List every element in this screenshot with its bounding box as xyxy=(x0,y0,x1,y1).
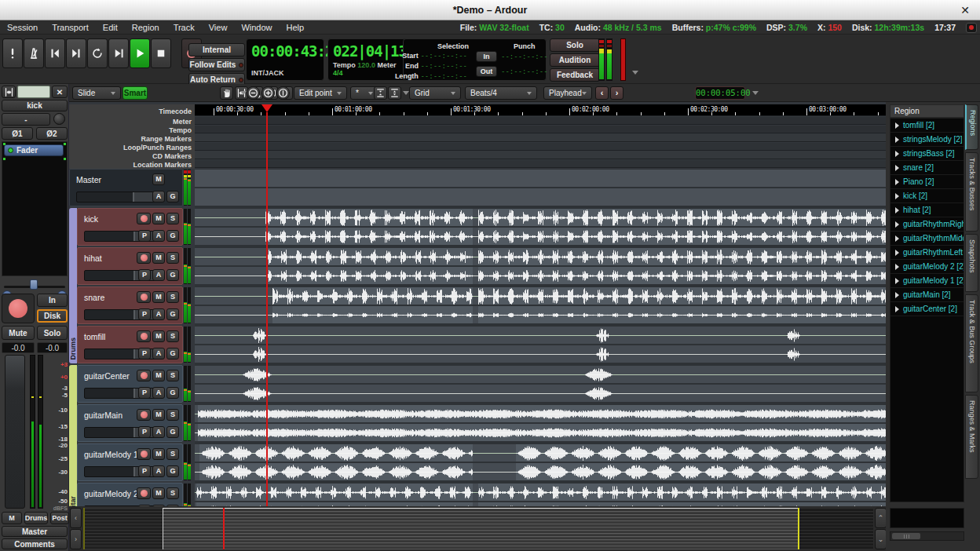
track-record-enable-button[interactable] xyxy=(137,487,151,499)
toggle-follow-edits-button[interactable]: Follow Edits xyxy=(188,58,245,71)
track-solo-button[interactable]: S xyxy=(166,370,179,381)
zoom-fit-button[interactable] xyxy=(276,86,290,100)
summary-scroll-right-button[interactable]: › xyxy=(70,529,82,549)
summary-strip[interactable] xyxy=(83,508,873,549)
region-expander-icon[interactable] xyxy=(895,264,899,270)
zoom-overflow-chevron-icon[interactable] xyxy=(402,91,408,95)
track-group-button[interactable]: G xyxy=(166,308,179,320)
region-expander-icon[interactable] xyxy=(895,250,899,256)
track-mute-button[interactable]: M xyxy=(152,448,165,460)
track-header-guitarmelody-1[interactable]: guitarMelody 1MSPAG xyxy=(77,443,183,481)
shrink-tracks-button[interactable] xyxy=(374,86,387,100)
region-row[interactable]: guitarMain [2] xyxy=(890,288,964,302)
strip-track-name-button[interactable]: kick xyxy=(2,100,68,111)
track-header-snare[interactable]: snareMSPAG xyxy=(77,286,183,324)
track-record-enable-button[interactable] xyxy=(137,213,151,224)
region-row[interactable]: guitarRhythmRight [2] xyxy=(890,217,964,232)
menu-transport[interactable]: Transport xyxy=(45,23,96,32)
playhead-marker[interactable] xyxy=(261,104,272,112)
monitor-input-button[interactable]: In xyxy=(37,294,68,307)
region-expander-icon[interactable] xyxy=(895,292,899,298)
transport-midi-panic-button[interactable] xyxy=(2,38,23,68)
track-header-tomfill[interactable]: tomfillMSPAG xyxy=(77,326,183,363)
region-expander-icon[interactable] xyxy=(895,122,899,129)
region-row[interactable]: guitarCenter [2] xyxy=(890,302,964,316)
track-playlist-button[interactable]: P xyxy=(138,387,151,399)
track-group-button[interactable]: G xyxy=(166,426,179,438)
hscrollbar-thumb[interactable] xyxy=(892,533,920,539)
strip-tab-post[interactable]: Post xyxy=(50,512,69,524)
track-mute-button[interactable]: M xyxy=(152,370,165,381)
processor-active-led-icon[interactable] xyxy=(8,148,13,153)
ruler-row-cd-markers[interactable] xyxy=(195,151,886,159)
pan-slider-handle[interactable] xyxy=(30,279,38,290)
strip-name-entry[interactable] xyxy=(17,86,50,98)
strip-solo-button[interactable]: Solo xyxy=(37,326,68,340)
strip-tab-m[interactable]: M xyxy=(2,512,22,524)
nudge-clock[interactable]: 00:00:05:00 xyxy=(695,86,745,100)
track-playlist-button[interactable]: P xyxy=(138,269,151,281)
track-solo-button[interactable]: S xyxy=(166,291,179,303)
strip-hide-button[interactable]: ✕ xyxy=(52,86,68,98)
strip-output-button[interactable]: - xyxy=(2,113,50,126)
menu-edit[interactable]: Edit xyxy=(96,23,125,32)
track-automation-button[interactable]: A xyxy=(152,348,165,359)
track-solo-button[interactable]: S xyxy=(166,409,179,421)
track-record-enable-button[interactable] xyxy=(137,448,151,460)
track-gain-fader[interactable] xyxy=(76,192,163,203)
track-mute-button[interactable]: M xyxy=(152,291,165,303)
record-indicator-icon[interactable] xyxy=(966,23,977,33)
region-row[interactable]: snare [2] xyxy=(890,161,964,175)
track-header-guitarmelody-2[interactable]: guitarMelody 2MSPAG xyxy=(77,483,183,506)
track-automation-button[interactable]: A xyxy=(152,426,165,438)
transport-overflow-chevron-icon[interactable] xyxy=(631,71,638,75)
track-solo-button[interactable]: S xyxy=(166,448,179,460)
region-expander-icon[interactable] xyxy=(895,137,899,143)
processor-fader-row[interactable]: Fader xyxy=(4,144,64,156)
track-group-button[interactable]: G xyxy=(166,465,179,477)
toolbar-overflow-chevron-icon[interactable] xyxy=(751,91,758,95)
region-row[interactable]: kick [2] xyxy=(890,189,964,203)
summary-view-rectangle[interactable] xyxy=(163,508,798,549)
grid-unit-dropdown[interactable]: Beats/4 xyxy=(465,86,537,100)
edit-canvas[interactable] xyxy=(195,169,886,506)
region-row[interactable]: guitarMelody 1 [2] xyxy=(890,274,964,288)
ruler-row-tempo[interactable] xyxy=(195,126,886,133)
group-strip-guitar[interactable]: Guitar xyxy=(69,365,77,506)
region-row[interactable]: guitarRhythmLeft [2] xyxy=(890,246,964,260)
transport-metronome-button[interactable] xyxy=(24,38,44,68)
track-solo-button[interactable]: S xyxy=(166,252,179,264)
region-row[interactable]: stringsMelody [2] xyxy=(890,133,964,147)
sidebar-tab-tracks-busses[interactable]: Tracks & Busses xyxy=(965,152,978,232)
peak-display[interactable]: -0.0 xyxy=(37,342,68,353)
trim-knob[interactable] xyxy=(53,113,65,125)
region-expander-icon[interactable] xyxy=(895,235,899,242)
summary-scroll-left-button[interactable]: ‹ xyxy=(70,508,82,528)
track-record-enable-button[interactable] xyxy=(137,252,151,264)
master-strip-button[interactable]: Master xyxy=(2,526,68,537)
strip-tab-drums[interactable]: Drums xyxy=(24,512,48,524)
track-group-button[interactable]: G xyxy=(166,191,179,203)
region-expander-icon[interactable] xyxy=(895,306,899,312)
close-window-icon[interactable]: ✕ xyxy=(958,3,972,17)
comments-button[interactable]: Comments xyxy=(2,538,68,549)
ruler-row-range-markers[interactable] xyxy=(195,134,886,142)
track-group-button[interactable]: G xyxy=(166,348,179,359)
transport-loop-button[interactable] xyxy=(87,38,108,68)
region-expander-icon[interactable] xyxy=(895,193,899,199)
zoom-in-button[interactable] xyxy=(261,86,275,100)
strip-record-enable-button[interactable] xyxy=(2,294,35,323)
nudge-forward-button[interactable]: › xyxy=(610,86,623,100)
gain-display[interactable]: -0.0 xyxy=(2,342,35,353)
monitor-disk-button[interactable]: Disk xyxy=(37,309,68,323)
summary-zoom-out-button[interactable]: ⌄ xyxy=(875,529,887,549)
menu-region[interactable]: Region xyxy=(125,23,166,32)
phase-2-button[interactable]: Ø2 xyxy=(36,127,68,140)
solo-button[interactable]: Solo xyxy=(550,38,600,52)
tools-overflow-chevron-icon[interactable] xyxy=(240,91,246,95)
track-header-hihat[interactable]: hihatMSPAG xyxy=(77,247,183,285)
sidebar-tab-track-bus-groups[interactable]: Track & Bus Groups xyxy=(965,294,978,392)
transport-play-button[interactable] xyxy=(130,38,150,68)
track-group-button[interactable]: G xyxy=(166,269,179,281)
track-playlist-button[interactable]: P xyxy=(138,426,151,438)
